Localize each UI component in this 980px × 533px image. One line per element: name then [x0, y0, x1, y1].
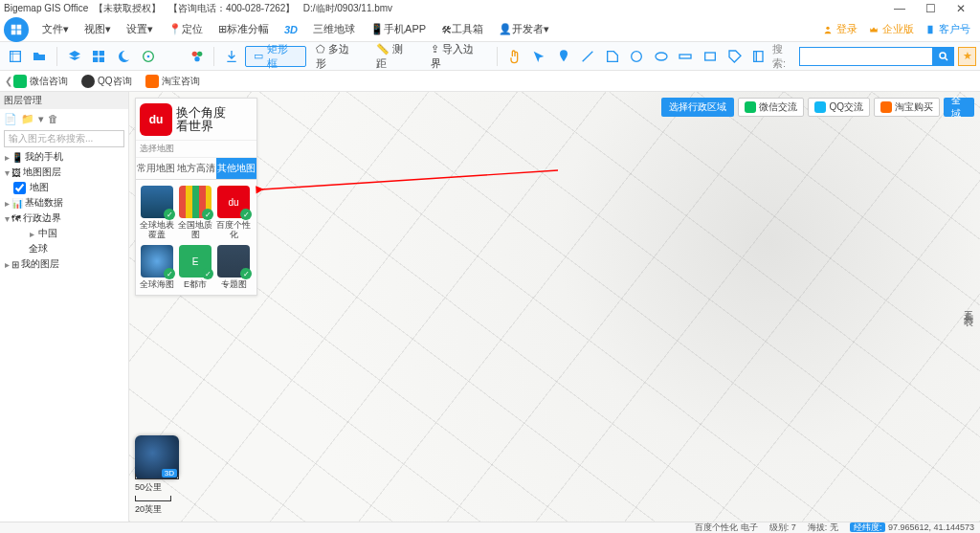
tool-shape-icon[interactable]: [601, 45, 624, 68]
selector-tab-1[interactable]: 地方高清: [176, 158, 216, 179]
tool-measure[interactable]: 📏 测距: [368, 42, 420, 71]
tool-import-boundary[interactable]: ⇪ 导入边界: [423, 42, 491, 71]
overlay-wechat[interactable]: 微信交流: [738, 98, 804, 117]
map-overlay-topright: 选择行政区域 微信交流 QQ交流 淘宝购买 全域: [661, 98, 974, 117]
mapcard-baidu-custom[interactable]: du✓百度个性化: [216, 186, 251, 239]
check-icon: ✓: [202, 209, 213, 220]
maximize-button[interactable]: ☐: [915, 2, 946, 15]
tree-my-layers[interactable]: ▸⊞我的图层: [0, 256, 128, 272]
biz-version-button[interactable]: 企业版: [863, 22, 920, 36]
tool-layers-icon[interactable]: [63, 45, 86, 68]
tool-hand-icon[interactable]: [503, 45, 526, 68]
tree-expand-icon[interactable]: ▾: [38, 113, 44, 125]
sidebar-search-input[interactable]: 输入图元名称搜索...: [4, 130, 124, 147]
favorite-button[interactable]: ★: [958, 47, 976, 66]
sidebar: 图层管理 📄 📁 ▾ 🗑 输入图元名称搜索... ▸📱我的手机 ▾🖼地图图层 地…: [0, 92, 129, 522]
menu-std-tile[interactable]: ⊞ 标准分幅: [211, 17, 277, 41]
tool-target-icon[interactable]: [137, 45, 160, 68]
tool-list-tab[interactable]: 工具列表: [957, 300, 974, 315]
overlay-taobao[interactable]: 淘宝购买: [874, 98, 940, 117]
login-button[interactable]: 登录: [817, 22, 863, 36]
app-name: Bigemap GIS Office: [4, 3, 88, 13]
tree-map-sub[interactable]: 地图: [0, 180, 128, 195]
layer-tree: ▸📱我的手机 ▾🖼地图图层 地图 ▸📊基础数据 ▾🗺行政边界 ▸中国 全球 ▸⊞…: [0, 147, 128, 522]
svg-point-7: [656, 53, 667, 60]
map-canvas[interactable]: du 换个角度看世界 选择地图 常用地图 地方高清 其他地图 ✓全球地表覆盖 ✓…: [129, 92, 980, 522]
tree-admin[interactable]: ▾🗺行政边界: [0, 211, 128, 226]
minimize-button[interactable]: —: [884, 2, 915, 15]
tree-trash-icon[interactable]: 🗑: [48, 113, 58, 124]
tool-download-icon[interactable]: [220, 45, 243, 68]
contact-qq[interactable]: QQ咨询: [81, 75, 132, 88]
toolbar-search: 搜索: ★: [772, 42, 976, 71]
tool-arrow-icon[interactable]: [527, 45, 550, 68]
menu-settings[interactable]: 设置 ▾: [119, 17, 161, 41]
status-bar: 百度个性化 电子 级别: 7 海拔: 无 经纬度: 97.965612, 41.…: [0, 522, 980, 533]
tool-ellipse-icon[interactable]: [650, 45, 673, 68]
overlay-qq[interactable]: QQ交流: [808, 98, 870, 117]
menu-toolbox[interactable]: 🛠 工具箱: [434, 17, 491, 41]
svg-point-10: [940, 53, 946, 58]
contact-taobao[interactable]: 淘宝咨询: [145, 75, 200, 88]
mapcard-global-cover[interactable]: ✓全球地表覆盖: [140, 186, 174, 239]
search-input[interactable]: [799, 47, 933, 66]
tool-colors-icon[interactable]: [186, 45, 209, 68]
tree-map-layers[interactable]: ▾🖼地图图层: [0, 165, 128, 180]
contact-wechat[interactable]: 微信咨询: [13, 75, 68, 88]
menu-file[interactable]: 文件 ▾: [34, 17, 77, 41]
toolbar-separator: [497, 47, 498, 66]
selector-tab-0[interactable]: 常用地图: [136, 158, 176, 179]
app-logo-icon: [4, 17, 29, 42]
tree-my-phone[interactable]: ▸📱我的手机: [0, 149, 128, 165]
mapcard-ocean[interactable]: ✓全球海图: [140, 245, 174, 289]
menu-3d-earth[interactable]: 三维地球: [305, 17, 363, 41]
selector-brand: 选择地图: [136, 141, 256, 158]
tool-open-icon[interactable]: [29, 45, 52, 68]
tool-rect-select[interactable]: ▭矩形框: [245, 46, 306, 67]
tool-moon-icon[interactable]: [112, 45, 135, 68]
customer-id-button[interactable]: 客户号: [920, 22, 976, 36]
menu-locate[interactable]: 📍 定位: [161, 17, 211, 41]
tree-world[interactable]: 全球: [0, 241, 128, 256]
tree-folder-icon[interactable]: 📁: [21, 113, 34, 125]
tree-map-checkbox[interactable]: [13, 182, 26, 194]
wechat-icon: [13, 75, 27, 88]
tool-adjust-icon[interactable]: [161, 45, 184, 68]
tool-ruler-icon[interactable]: [675, 45, 698, 68]
tool-new-icon[interactable]: [4, 45, 27, 68]
tool-book-icon[interactable]: [747, 45, 770, 68]
tool-rect-icon[interactable]: [699, 45, 722, 68]
fullscreen-button[interactable]: 全域: [944, 98, 974, 117]
tree-doc-icon[interactable]: 📄: [4, 113, 17, 125]
tree-base-data[interactable]: ▸📊基础数据: [0, 195, 128, 211]
menu-view[interactable]: 视图 ▾: [77, 17, 119, 41]
mapcard-thematic[interactable]: ✓专题图: [216, 245, 251, 289]
menu-3d[interactable]: 3D: [277, 17, 305, 41]
qq-icon: [814, 101, 826, 113]
tool-polygon[interactable]: ⬠ 多边形: [308, 42, 367, 71]
chevron-left-icon[interactable]: ❮: [4, 76, 13, 86]
selector-tab-2[interactable]: 其他地图: [216, 158, 256, 179]
region-select-button[interactable]: 选择行政区域: [661, 98, 734, 117]
tool-line-icon[interactable]: [576, 45, 599, 68]
crown-icon: [869, 24, 880, 35]
menu-dev[interactable]: 👤 开发者 ▾: [491, 17, 557, 41]
menu-mobile-app[interactable]: 📱 手机APP: [363, 17, 434, 41]
search-button[interactable]: [933, 47, 955, 66]
mapcard-geo-map[interactable]: ✓全国地质图: [178, 186, 212, 239]
svg-rect-9: [705, 53, 716, 60]
mapcard-ecity[interactable]: E✓E都市: [178, 245, 212, 289]
tool-tag-icon[interactable]: [724, 45, 746, 68]
tool-grid-icon[interactable]: [88, 45, 111, 68]
check-icon: ✓: [164, 209, 175, 220]
close-button[interactable]: ✕: [946, 2, 976, 15]
scale-bar: 50公里 20英里: [135, 474, 179, 516]
status-coord: 经纬度: 97.965612, 41.144573: [850, 522, 974, 533]
tree-china[interactable]: ▸中国: [0, 226, 128, 241]
tool-pin-icon[interactable]: [552, 45, 575, 68]
tool-circle-icon[interactable]: [626, 45, 649, 68]
auth-status: 【未获取授权】: [94, 3, 161, 13]
sidebar-title: 图层管理: [0, 92, 128, 109]
hotline: 【咨询电话：400-028-7262】: [168, 3, 295, 13]
wechat-icon: [745, 101, 756, 113]
